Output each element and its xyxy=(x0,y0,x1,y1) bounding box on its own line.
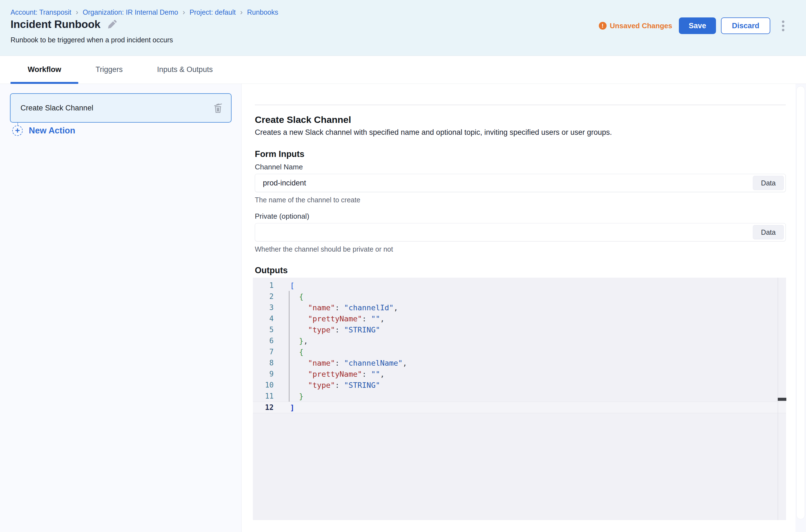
line-number: 11 xyxy=(253,392,274,400)
tab-label: Inputs & Outputs xyxy=(157,65,213,74)
breadcrumb-link[interactable]: Account: Transposit xyxy=(11,8,71,16)
runbook-editor-page: Account: Transposit›Organization: IR Int… xyxy=(0,0,806,532)
new-action-plus-icon: + xyxy=(12,126,23,136)
page-header: Account: Transposit›Organization: IR Int… xyxy=(0,0,806,56)
unsaved-changes-label: Unsaved Changes xyxy=(610,22,672,30)
breadcrumb-chevron-icon: › xyxy=(76,8,78,16)
private-input[interactable] xyxy=(255,223,786,241)
code-line-text: "prettyName": "", xyxy=(274,315,384,323)
code-line-5: 5 "type": "STRING" xyxy=(253,324,786,335)
page-subtitle: Runbook to be triggered when a prod inci… xyxy=(11,36,173,44)
page-title: Incident Runbook xyxy=(11,18,100,31)
private-data-button[interactable]: Data xyxy=(753,225,784,240)
line-number: 9 xyxy=(253,370,274,378)
tab-workflow[interactable]: Workflow xyxy=(11,56,78,83)
channel-name-label: Channel Name xyxy=(255,163,786,171)
form-inputs-heading: Form Inputs xyxy=(255,149,305,159)
code-line-text: }, xyxy=(274,337,308,345)
code-line-text: { xyxy=(274,348,304,356)
breadcrumb-link[interactable]: Project: default xyxy=(189,8,236,16)
discard-button[interactable]: Discard xyxy=(721,17,770,34)
action-title: Create Slack Channel xyxy=(255,114,351,125)
channel-name-input-row: Data xyxy=(255,174,786,192)
line-number: 10 xyxy=(253,381,274,389)
private-label: Private (optional) xyxy=(255,212,786,221)
code-line-text: "type": "STRING" xyxy=(274,381,380,390)
line-number: 7 xyxy=(253,348,274,356)
tab-bar: WorkflowTriggersInputs & Outputs xyxy=(0,56,806,84)
line-number: 2 xyxy=(253,292,274,301)
code-line-4: 4 "prettyName": "", xyxy=(253,313,786,324)
tab-label: Workflow xyxy=(28,65,61,74)
page-scrollbar[interactable] xyxy=(795,84,806,532)
private-help-text: Whether the channel should be private or… xyxy=(255,245,393,253)
line-number: 8 xyxy=(253,359,274,367)
channel-name-help-text: The name of the channel to create xyxy=(255,196,360,204)
delete-action-trash-icon[interactable] xyxy=(212,101,224,114)
action-card-label: Create Slack Channel xyxy=(20,104,212,112)
action-card-create-slack-channel[interactable]: Create Slack Channel xyxy=(10,93,232,122)
workflow-panel: Create Slack Channel + New Action xyxy=(0,84,241,532)
code-line-11: 11 } xyxy=(253,391,786,402)
unsaved-alert-icon: ! xyxy=(599,22,607,30)
outputs-heading: Outputs xyxy=(255,265,288,276)
section-divider xyxy=(255,104,786,105)
breadcrumb-chevron-icon: › xyxy=(183,8,185,16)
kebab-menu-icon[interactable] xyxy=(780,19,786,33)
channel-name-data-button[interactable]: Data xyxy=(753,176,784,190)
new-action-label: New Action xyxy=(29,126,75,136)
line-number: 1 xyxy=(253,281,274,289)
tab-label: Triggers xyxy=(95,65,123,74)
form-field-channel-name: Channel NameDataThe name of the channel … xyxy=(255,163,786,204)
editor-scrollbar-marker xyxy=(778,398,786,401)
page-scrollbar-thumb[interactable] xyxy=(796,86,805,519)
code-line-9: 9 "prettyName": "", xyxy=(253,368,786,379)
code-line-6: 6 }, xyxy=(253,335,786,346)
new-action-button[interactable]: + New Action xyxy=(12,126,75,136)
save-button[interactable]: Save xyxy=(679,17,716,34)
code-line-text: "name": "channelId", xyxy=(274,303,398,312)
code-line-text: "type": "STRING" xyxy=(274,325,380,334)
action-description: Creates a new Slack channel with specifi… xyxy=(255,128,612,137)
tab-triggers[interactable]: Triggers xyxy=(78,56,140,83)
code-line-12: 12] xyxy=(253,402,786,413)
breadcrumb: Account: Transposit›Organization: IR Int… xyxy=(11,8,278,16)
editor-scrollbar[interactable] xyxy=(778,278,786,520)
title-row: Incident Runbook xyxy=(11,18,117,31)
unsaved-changes-status: ! Unsaved Changes xyxy=(599,22,672,30)
code-line-text: "prettyName": "", xyxy=(274,370,384,378)
code-lines: 1[2 {3 "name": "channelId",4 "prettyName… xyxy=(253,280,786,413)
active-tab-underline xyxy=(11,82,78,84)
outputs-code-editor[interactable]: 1[2 {3 "name": "channelId",4 "prettyName… xyxy=(253,278,786,520)
breadcrumb-link[interactable]: Runbooks xyxy=(247,8,278,16)
code-line-7: 7 { xyxy=(253,346,786,357)
line-number: 5 xyxy=(253,325,274,334)
channel-name-input[interactable] xyxy=(255,174,786,192)
header-actions: ! Unsaved Changes Save Discard xyxy=(599,17,786,34)
code-line-text: [ xyxy=(274,281,294,290)
code-line-text: "name": "channelName", xyxy=(274,359,407,367)
edit-title-pencil-icon[interactable] xyxy=(107,19,117,29)
breadcrumb-chevron-icon: › xyxy=(240,8,243,16)
line-number: 3 xyxy=(253,303,274,312)
action-detail-panel: Create Slack Channel Creates a new Slack… xyxy=(242,84,806,532)
code-line-text: ] xyxy=(274,403,294,412)
tab-inputs-outputs[interactable]: Inputs & Outputs xyxy=(140,56,230,83)
line-number: 4 xyxy=(253,315,274,323)
code-line-1: 1[ xyxy=(253,280,786,291)
breadcrumb-link[interactable]: Organization: IR Internal Demo xyxy=(83,8,178,16)
code-line-8: 8 "name": "channelName", xyxy=(253,357,786,368)
line-number: 6 xyxy=(253,337,274,345)
code-line-text: { xyxy=(274,292,304,301)
form-field-private: Private (optional)DataWhether the channe… xyxy=(255,212,786,253)
code-line-10: 10 "type": "STRING" xyxy=(253,379,786,391)
code-line-text: } xyxy=(274,392,304,400)
code-line-2: 2 { xyxy=(253,291,786,302)
line-number: 12 xyxy=(253,403,274,412)
code-line-3: 3 "name": "channelId", xyxy=(253,302,786,313)
private-input-row: Data xyxy=(255,223,786,241)
